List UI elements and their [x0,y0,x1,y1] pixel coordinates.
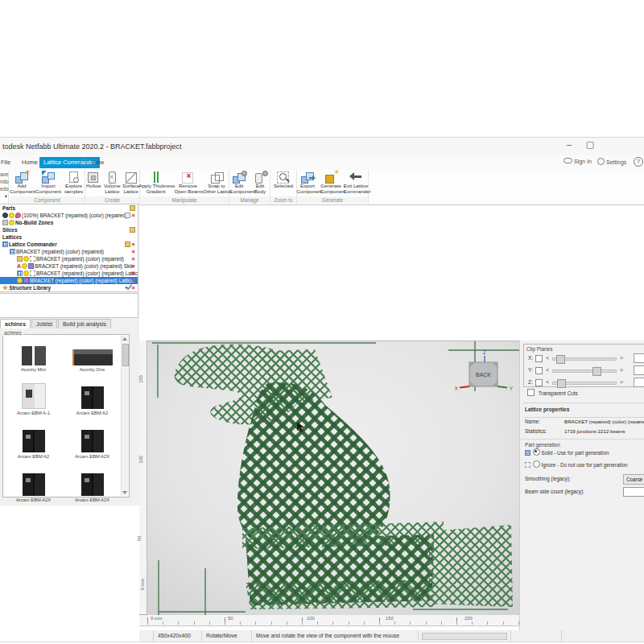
quick-access-ave[interactable]: ave [0,171,8,178]
close-icon[interactable]: × [131,256,136,262]
clip-slider[interactable] [552,369,617,373]
close-icon[interactable]: × [131,249,136,254]
slider-increase-button[interactable]: > [620,355,623,361]
tree-row-label: (100%) BRACKET (repaired) (color) (repai… [22,213,127,218]
tree-row-parts[interactable]: Parts [0,204,138,212]
machine-item-aconity-one-1[interactable]: Aconity One [63,336,122,380]
tab-file[interactable]: File [0,157,14,168]
close-icon[interactable]: × [131,285,136,291]
clip-x-checkbox[interactable] [535,355,543,362]
minimize-button[interactable]: – [561,139,577,149]
machine-list-scrollbar[interactable] [121,336,128,496]
scrollbar-thumb[interactable] [122,344,129,366]
machine-thumbnail [63,423,122,452]
ribbon-button-explore-samples[interactable]: Exploresamples [63,170,85,196]
tab-build-job-analysis[interactable]: Build job analysis [58,319,111,328]
tree-row-lattice-commander[interactable]: Lattice Commander× [0,241,138,248]
clip-slider[interactable] [552,357,617,361]
close-icon[interactable]: × [131,263,136,269]
scroll-up-icon[interactable] [122,337,127,341]
ribbon-button-exit-lattice-commander[interactable]: Exit LatticeCommander [344,170,369,196]
transparent-cuts-checkbox[interactable] [527,389,535,396]
ribbon-button-snap-to-other-lattice[interactable]: Snap toOther Lattice [204,170,230,196]
ribbon-button-generate-component[interactable]: ★GenerateComponent [320,170,342,196]
machine-name: Arcam EBM A-1 [4,411,63,415]
tab-achines[interactable]: achines [0,319,31,328]
clip-slider[interactable] [552,382,617,385]
ribbon-button-add-component[interactable]: ★AddComponent [10,170,34,196]
tree-row-bracket-repaired-color-repaired-lattice[interactable]: BRACKET (repaired) (color) (repaired) La… [0,277,138,284]
tree-row-bracket-repaired-color-repaired-skin[interactable]: ABRACKET (repaired) (color) (repaired) S… [0,262,138,270]
clip-z-checkbox[interactable] [535,379,543,386]
help-button[interactable]: ? [634,157,643,167]
quick-access-ndo[interactable]: ndo [0,178,8,185]
slider-decrease-button[interactable]: < [546,355,549,361]
tree-row-label: BRACKET (repaired) (color) (repaired) [36,256,124,262]
scroll-down-icon[interactable] [122,491,127,494]
tree-row-bracket-repaired-color-repaired[interactable]: BRACKET (repaired) (color) (repaired)× [0,248,138,255]
machine-thumbnail [63,380,122,409]
close-icon[interactable]: × [131,213,136,218]
close-icon[interactable]: × [131,270,136,276]
ribbon-group-label-manipulate: Manipulate [140,196,229,204]
quick-access-expander-icon[interactable]: ▾ [0,192,8,200]
slider-thumb[interactable] [556,355,565,364]
machine-item-arcam-ebm-a2x-6[interactable]: Arcam EBM A2X [4,467,63,510]
ribbon-button-export-component[interactable]: ExportComponent [297,170,319,196]
clip-value-input[interactable]: 0 [634,378,644,387]
maximize-button[interactable]: ▢ [582,139,598,150]
slider-increase-button[interactable]: > [620,367,623,373]
ribbon-group-zoom-to: SelectedZoom to [270,170,297,204]
tree-row-no-build-zones[interactable]: No-Build Zones [0,219,138,226]
viewport-3d[interactable]: BACK Z X Y [147,341,519,614]
window-title: todesk Netfabb Ultimate 2020.2 - BRACKET… [2,142,182,151]
slider-increase-button[interactable]: > [620,379,623,385]
slider-thumb[interactable] [592,367,601,376]
tree-row-lattices[interactable]: Lattices [0,233,138,241]
ribbon-button-edit-component[interactable]: EditComponent [229,170,249,196]
tab-view[interactable]: View [87,157,108,168]
tree-row-bracket-repaired-color-repaired-lattice[interactable]: BRACKET (repaired) (color) (repaired) La… [0,270,138,277]
quick-access-edo[interactable]: edo [0,185,8,192]
machine-item-arcam-ebm-a2x-5[interactable]: Arcam EBM A2X [63,423,122,467]
tab-home[interactable]: Home [18,157,42,168]
slider-decrease-button[interactable]: < [546,379,549,385]
machine-item-aconity-mini-0[interactable]: Aconity Mini [4,336,63,380]
close-icon[interactable]: × [131,242,136,247]
folder-icon[interactable] [130,227,136,233]
folder-icon[interactable] [130,205,136,211]
machine-item-arcam-ebm-a-1-2[interactable]: Arcam EBM A-1 [4,380,63,423]
sign-in-button[interactable]: Sign In [564,158,592,164]
tree-row-slices[interactable]: Slices [0,226,138,233]
search-icon[interactable] [80,159,87,166]
ribbon-button-hollow[interactable]: Hollow [85,170,102,196]
slider-decrease-button[interactable]: < [546,367,549,373]
slider-thumb[interactable] [557,379,566,388]
close-icon[interactable]: × [131,278,136,283]
tree-row-100-bracket-repaired-color-repaired[interactable]: (100%) BRACKET (repaired) (color) (repai… [0,212,138,219]
ribbon-button-edit-body[interactable]: EditBody [250,170,270,196]
ribbon-button-remove-open-beams[interactable]: ×RemoveOpen Beams [175,170,202,196]
ribbon-button-apply-thickness-gradient[interactable]: Apply ThicknessGradient [139,170,173,196]
machine-item-arcam-ebm-a2x-7[interactable]: Arcam EBM A2X [63,467,122,510]
ribbon-button-surface-lattice[interactable]: SurfaceLattice [122,170,139,196]
settings-button[interactable]: Settings [597,158,626,165]
clip-y-checkbox[interactable] [535,367,543,374]
clip-value-input[interactable]: 0 [634,353,644,363]
ribbon-button-import-component[interactable]: ImportComponent [35,170,61,196]
clip-value-input[interactable]: 204 [634,365,644,375]
tree-row-structure-library[interactable]: ★Structure Library+× [0,284,138,291]
beam-side-count-input[interactable] [623,487,644,497]
smoothing-dropdown[interactable]: Coarse [623,474,644,485]
ribbon-button-volume-lattice[interactable]: ×VolumeLattice [104,170,121,196]
ignore-radio[interactable] [533,460,540,468]
ribbon-button-selected[interactable]: Selected [271,170,295,196]
machine-item-arcam-ebm-a2-4[interactable]: Arcam EBM A2 [4,423,63,467]
bulb-icon [9,213,15,218]
solid-radio[interactable] [533,448,540,456]
explore-samples-icon [66,171,82,184]
ruler-label-150: 150 [386,616,394,621]
tab-joblist[interactable]: Joblist [31,319,57,328]
tree-row-bracket-repaired-color-repaired[interactable]: BRACKET (repaired) (color) (repaired)× [0,255,138,262]
machine-item-arcam-ebm-a2-3[interactable]: Arcam EBM A2 [63,380,122,423]
